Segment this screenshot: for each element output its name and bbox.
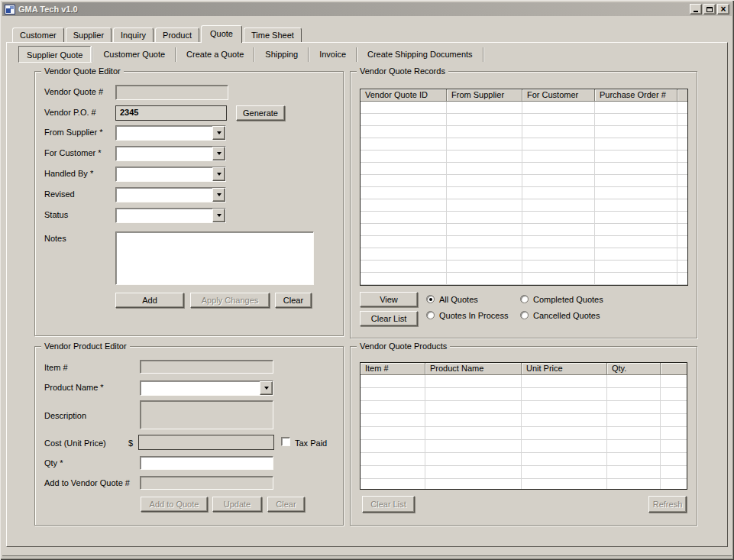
subtab-create-shipping-documents[interactable]: Create Shipping Documents (358, 46, 482, 63)
add-to-vendor-quote-no-label: Add to Vendor Quote # (44, 478, 130, 487)
status-dropdown-button[interactable] (212, 209, 225, 222)
maximize-icon (707, 7, 713, 12)
vendor-product-editor-title: Vendor Product Editor (41, 342, 130, 351)
records-clear-list-button[interactable]: Clear List (360, 311, 418, 326)
column-header-qty[interactable]: Qty. (607, 363, 661, 374)
subtab-separator (254, 47, 255, 62)
minimize-button[interactable] (690, 4, 702, 15)
product-name-dropdown[interactable] (140, 380, 273, 396)
window-bottom-edge (2, 555, 732, 558)
close-button[interactable]: × (717, 4, 729, 15)
column-header-from-supplier[interactable]: From Supplier (447, 89, 522, 101)
subtab-shipping[interactable]: Shipping (256, 46, 307, 63)
revised-dropdown-button[interactable] (212, 188, 225, 202)
vendor-quote-records-table[interactable]: Vendor Quote ID From Supplier For Custom… (360, 89, 688, 286)
all-quotes-label: All Quotes (439, 295, 478, 304)
grid-line (521, 375, 522, 489)
radio-dot-icon (429, 298, 432, 301)
grid-line (446, 102, 447, 285)
status-dropdown[interactable] (115, 208, 226, 223)
subtab-separator (92, 47, 93, 62)
subtab-supplier-quote[interactable]: Supplier Quote (18, 46, 91, 63)
subtab-customer-quote[interactable]: Customer Quote (94, 46, 174, 63)
tab-quote[interactable]: Quote (201, 25, 242, 43)
vendor-po-no-field[interactable]: 2345 (115, 105, 227, 121)
notes-textarea[interactable] (115, 231, 314, 285)
cancelled-quotes-radio[interactable] (520, 311, 529, 319)
grid-line (660, 375, 661, 489)
from-supplier-dropdown[interactable] (115, 125, 226, 141)
tab-product[interactable]: Product (155, 28, 199, 42)
chevron-down-icon (264, 387, 269, 390)
quote-sub-tab-strip: Supplier Quote Customer Quote Create a Q… (18, 45, 485, 63)
tax-paid-label: Tax Paid (295, 439, 327, 448)
generate-button[interactable]: Generate (236, 105, 285, 121)
vendor-quote-products-title: Vendor Quote Products (357, 342, 450, 351)
from-supplier-dropdown-button[interactable] (212, 126, 225, 140)
subtab-invoice[interactable]: Invoice (310, 46, 355, 63)
tab-time-sheet[interactable]: Time Sheet (244, 28, 302, 42)
close-icon: × (720, 5, 726, 13)
grid-line (606, 375, 607, 489)
column-header-for-customer[interactable]: For Customer (522, 89, 595, 101)
clear-button[interactable]: Clear (275, 293, 312, 308)
window-controls: × (690, 4, 729, 15)
tab-supplier[interactable]: Supplier (66, 28, 112, 42)
vendor-po-no-label: Vendor P.O. # (44, 108, 96, 117)
cost-field (138, 435, 274, 450)
app-icon (5, 5, 15, 15)
handled-by-label: Handled By * (44, 169, 93, 178)
products-table-body[interactable] (361, 375, 687, 489)
handled-by-dropdown-button[interactable] (212, 167, 225, 181)
chevron-down-icon (217, 152, 221, 155)
from-supplier-label: From Supplier * (44, 128, 102, 137)
add-button[interactable]: Add (115, 293, 184, 308)
qty-field[interactable] (140, 456, 273, 470)
chevron-down-icon (217, 193, 221, 196)
maximize-button[interactable] (703, 4, 716, 15)
chevron-down-icon (217, 173, 221, 176)
qty-label: Qty * (44, 458, 63, 468)
subtab-separator (356, 47, 357, 62)
column-header-unit-price[interactable]: Unit Price (522, 363, 607, 374)
subtab-separator (308, 47, 309, 62)
revised-dropdown[interactable] (115, 187, 226, 202)
for-customer-label: For Customer * (44, 148, 102, 157)
handled-by-dropdown[interactable] (115, 167, 226, 182)
tab-inquiry[interactable]: Inquiry (113, 28, 154, 42)
grid-line (425, 375, 425, 489)
tax-paid-checkbox[interactable] (281, 437, 290, 446)
records-table-body[interactable] (361, 102, 687, 285)
item-no-label: Item # (44, 363, 68, 372)
vendor-quote-products-table[interactable]: Item # Product Name Unit Price Qty. (360, 362, 687, 490)
tab-customer[interactable]: Customer (12, 28, 64, 42)
column-header-product-name[interactable]: Product Name (425, 363, 522, 374)
column-header-vendor-quote-id[interactable]: Vendor Quote ID (361, 89, 447, 101)
column-header-item-no[interactable]: Item # (361, 363, 425, 374)
vendor-product-editor-group: Vendor Product Editor Item # Product Nam… (34, 346, 344, 526)
titlebar[interactable]: GMA Tech v1.0 × (2, 2, 732, 16)
subtab-create-a-quote[interactable]: Create a Quote (177, 46, 253, 63)
column-header-spacer (677, 89, 687, 101)
subtab-separator (483, 47, 484, 62)
apply-changes-button: Apply Changes (190, 293, 270, 308)
product-name-dropdown-button[interactable] (260, 381, 273, 395)
item-no-field (140, 360, 273, 374)
for-customer-dropdown[interactable] (115, 146, 226, 161)
quotes-in-process-radio[interactable] (426, 311, 435, 319)
completed-quotes-label: Completed Quotes (533, 295, 603, 304)
product-name-label: Product Name * (44, 383, 104, 392)
product-clear-button: Clear (267, 497, 305, 512)
subtab-separator (175, 47, 176, 62)
all-quotes-radio[interactable] (426, 295, 435, 303)
currency-symbol: $ (128, 439, 133, 448)
column-header-purchase-order[interactable]: Purchase Order # (595, 89, 677, 101)
description-field (140, 400, 273, 429)
column-header-spacer (661, 363, 687, 374)
add-to-vendor-quote-no-field (140, 476, 273, 490)
for-customer-dropdown-button[interactable] (212, 147, 225, 160)
view-button[interactable]: View (360, 292, 418, 307)
completed-quotes-radio[interactable] (520, 295, 529, 303)
refresh-button: Refresh (648, 496, 687, 513)
vendor-quote-records-group: Vendor Quote Records Vendor Quote ID Fro… (350, 71, 697, 338)
